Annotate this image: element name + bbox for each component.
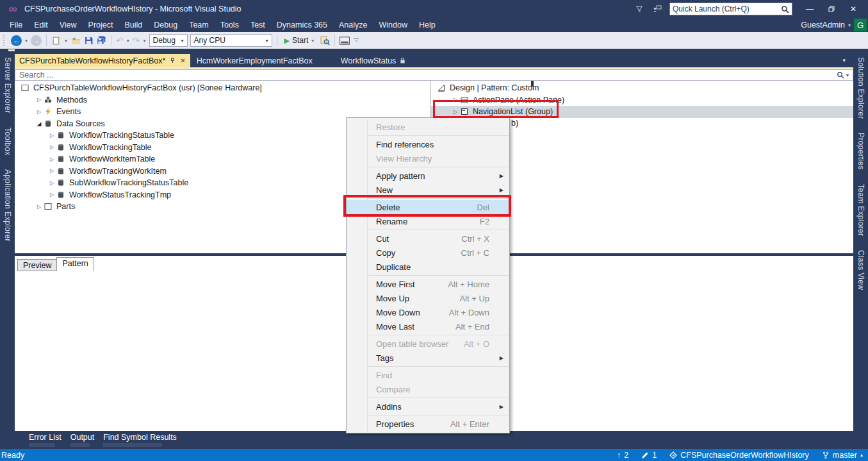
menu-item-rename[interactable]: Rename F2 — [347, 214, 509, 228]
sidebar-item-team-explorer[interactable]: Team Explorer — [856, 179, 865, 241]
start-caret-icon[interactable]: ▾ — [311, 38, 314, 44]
sidebar-item-toolbox[interactable]: Toolbox — [3, 122, 12, 160]
menu-test[interactable]: Test — [245, 19, 271, 31]
search-icon[interactable] — [837, 71, 844, 79]
design-item-actionpane[interactable]: ▷ ActionPane (Action Pane) — [431, 94, 853, 106]
close-tab-icon[interactable]: ✕ — [180, 57, 185, 64]
search-options-caret-icon[interactable]: ▾ — [846, 72, 849, 78]
menu-build[interactable]: Build — [119, 19, 148, 31]
navigate-back-caret-icon[interactable]: ▾ — [25, 38, 28, 44]
document-list-dropdown-icon[interactable]: ▾ — [842, 57, 846, 63]
menu-item-apply-pattern[interactable]: Apply pattern ▶ — [347, 169, 509, 183]
restore-button[interactable] — [821, 1, 842, 17]
tab-output[interactable]: Output — [70, 433, 95, 447]
sidebar-item-server-explorer[interactable]: Server Explorer — [3, 52, 12, 119]
chevron-right-icon[interactable]: ▷ — [450, 109, 461, 115]
chevron-expanded-icon[interactable]: ◢ — [34, 121, 44, 127]
user-avatar[interactable]: G — [854, 19, 867, 31]
quick-launch-box[interactable] — [669, 3, 792, 15]
tab-cfspurchtableworkflowhistoryfactbox[interactable]: CFSPurchTableWorkflowHistoryFactBox* ✕ — [15, 54, 190, 67]
tree-item-methods[interactable]: ▷ Methods — [15, 94, 430, 106]
menu-item-addins[interactable]: Addins ▶ — [347, 399, 509, 414]
tab-find-symbol-results[interactable]: Find Symbol Results — [103, 433, 177, 447]
designer-search-input[interactable] — [19, 71, 837, 80]
navigate-back-button[interactable]: ← — [11, 35, 22, 46]
close-button[interactable]: ✕ — [842, 1, 864, 17]
new-item-caret-icon[interactable]: ▾ — [65, 38, 67, 44]
unsaved-edits-indicator[interactable]: 1 — [641, 451, 657, 460]
design-item-navigationlist[interactable]: ▷ NavigationList (Group) — [431, 106, 853, 118]
chevron-right-icon[interactable]: ▷ — [47, 156, 57, 162]
menu-edit[interactable]: Edit — [28, 19, 54, 31]
chevron-right-icon[interactable]: ▷ — [47, 192, 57, 197]
add-existing-item-icon[interactable] — [70, 35, 81, 46]
chevron-right-icon[interactable]: ▷ — [450, 97, 461, 103]
chevron-right-icon[interactable]: ▷ — [47, 133, 57, 138]
pin-icon[interactable] — [170, 58, 176, 63]
design-item-root[interactable]: Design | Pattern: Custom — [431, 82, 853, 94]
menu-item-duplicate[interactable]: Duplicate — [347, 260, 509, 274]
signed-in-user[interactable]: GuestAdmin — [801, 21, 845, 29]
menu-item-copy[interactable]: Copy Ctrl + C — [347, 246, 509, 260]
sidebar-item-class-view[interactable]: Class View — [856, 245, 865, 295]
quick-launch-input[interactable] — [673, 4, 781, 13]
save-all-button[interactable] — [96, 35, 106, 46]
minimize-button[interactable]: — — [799, 1, 821, 17]
find-in-files-button[interactable] — [320, 35, 330, 46]
redo-button: ↷ — [133, 36, 140, 45]
menu-tools[interactable]: Tools — [215, 19, 245, 31]
splitter-handle[interactable] — [531, 81, 534, 87]
save-button[interactable] — [83, 35, 94, 46]
menu-item-find-references[interactable]: Find references — [347, 137, 509, 151]
sidebar-item-properties[interactable]: Properties — [856, 128, 865, 175]
feedback-filter-icon[interactable] — [634, 4, 645, 13]
chevron-right-icon[interactable]: ▷ — [34, 109, 44, 115]
menu-item-move-down[interactable]: Move Down Alt + Down — [347, 305, 509, 319]
menu-dynamics365[interactable]: Dynamics 365 — [271, 19, 333, 31]
tab-error-list[interactable]: Error List — [29, 433, 61, 447]
user-dropdown-caret-icon[interactable]: ▾ — [848, 22, 851, 28]
repository-indicator[interactable]: CFSPurchaseOrderWorkflowHIstory — [669, 451, 809, 460]
feedback-window-button[interactable] — [340, 35, 350, 46]
new-item-button[interactable] — [51, 35, 61, 46]
sidebar-item-solution-explorer[interactable]: Solution Explorer — [856, 52, 865, 124]
menu-item-tags[interactable]: Tags ▶ — [347, 351, 509, 365]
tree-item-form-root[interactable]: CFSPurchTableWorkflowHistoryFactBox (usr… — [15, 82, 430, 94]
menu-item-delete[interactable]: Delete Del — [347, 200, 509, 214]
tab-pattern[interactable]: Pattern — [56, 257, 94, 271]
menu-debug[interactable]: Debug — [148, 19, 183, 31]
send-feedback-icon[interactable] — [651, 4, 663, 13]
menu-item-move-last[interactable]: Move Last Alt + End — [347, 319, 509, 333]
toolbar-grip[interactable] — [3, 35, 6, 46]
incoming-commits-indicator[interactable]: ↑ 2 — [617, 451, 628, 460]
chevron-right-icon[interactable]: ▷ — [47, 180, 57, 186]
solution-platform-dropdown[interactable]: Any CPU ▾ — [190, 34, 272, 47]
menu-item-move-up[interactable]: Move Up Alt + Up — [347, 291, 509, 305]
menu-window[interactable]: Window — [373, 19, 413, 31]
menu-analyze[interactable]: Analyze — [333, 19, 373, 31]
menu-view[interactable]: View — [54, 19, 83, 31]
solution-configuration-dropdown[interactable]: Debug ▾ — [149, 34, 188, 47]
menu-item-new[interactable]: New ▶ — [347, 183, 509, 197]
sidebar-item-application-explorer[interactable]: Application Explorer — [3, 164, 12, 247]
menu-help[interactable]: Help — [413, 19, 441, 31]
menu-item-move-first[interactable]: Move First Alt + Home — [347, 277, 509, 291]
menu-item-cut[interactable]: Cut Ctrl + X — [347, 231, 509, 246]
database-icon — [57, 155, 66, 163]
tree-item-events[interactable]: ▷ Events — [15, 106, 430, 118]
chevron-right-icon[interactable]: ▷ — [47, 168, 57, 174]
designer-search-bar[interactable]: ▾ — [15, 69, 853, 81]
tab-hcmworkeremploymentfactbox[interactable]: HcmWorkerEmploymentFactBox — [190, 54, 319, 67]
branch-indicator[interactable]: master ▴ — [822, 451, 863, 460]
chevron-right-icon[interactable]: ▷ — [47, 144, 57, 150]
chevron-right-icon[interactable]: ▷ — [34, 204, 44, 210]
menu-file[interactable]: File — [4, 19, 28, 31]
menu-item-properties[interactable]: Properties Alt + Enter — [347, 417, 509, 431]
start-debug-button[interactable]: ▶ Start ▾ — [282, 36, 318, 45]
menu-project[interactable]: Project — [83, 19, 119, 31]
chevron-right-icon[interactable]: ▷ — [34, 97, 44, 103]
menu-team[interactable]: Team — [183, 19, 215, 31]
tab-preview[interactable]: Preview — [17, 259, 57, 271]
tab-workflowstatus[interactable]: WorkflowStatus — [334, 54, 413, 67]
toolbar-overflow-button[interactable]: ▾ — [352, 38, 360, 43]
